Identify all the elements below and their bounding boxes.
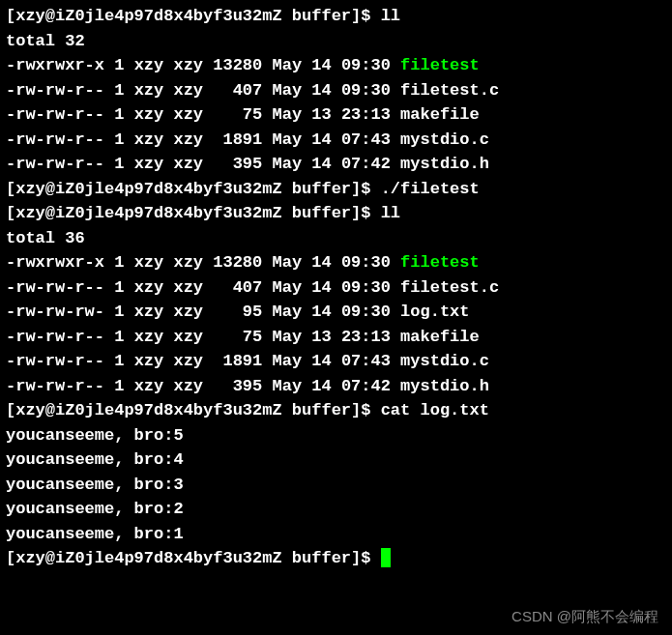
link-count: 1 bbox=[114, 377, 124, 395]
output-line: youcanseeme, bro:1 bbox=[6, 522, 666, 547]
file-size: 75 bbox=[213, 105, 262, 124]
file-row: -rwxrwxr-x 1 xzy xzy 13280 May 14 09:30 … bbox=[6, 250, 666, 275]
file-date: May 14 09:30 bbox=[272, 56, 390, 74]
file-date: May 14 07:42 bbox=[272, 377, 390, 395]
file-date: May 13 23:13 bbox=[272, 328, 390, 346]
file-permissions: -rw-rw-rw- bbox=[6, 303, 104, 321]
owner: xzy bbox=[134, 105, 164, 124]
link-count: 1 bbox=[114, 56, 124, 74]
file-permissions: -rw-rw-r-- bbox=[6, 130, 104, 149]
file-date: May 14 09:30 bbox=[272, 81, 390, 100]
file-size: 1891 bbox=[213, 352, 262, 370]
file-name: mystdio.c bbox=[400, 352, 489, 370]
file-name: filetest bbox=[400, 56, 480, 74]
prompt-line: [xzy@iZ0jle4p97d8x4byf3u32mZ buffer]$ ll bbox=[6, 4, 666, 29]
group: xzy bbox=[173, 155, 203, 173]
file-permissions: -rw-rw-r-- bbox=[6, 377, 104, 395]
output-line: youcanseeme, bro:3 bbox=[6, 473, 666, 498]
watermark-text: CSDN @阿熊不会编程 bbox=[511, 606, 658, 628]
prompt-line: [xzy@iZ0jle4p97d8x4byf3u32mZ buffer]$ ./… bbox=[6, 177, 666, 202]
command-text: ./filetest bbox=[381, 180, 480, 198]
link-count: 1 bbox=[114, 105, 124, 124]
owner: xzy bbox=[134, 278, 164, 297]
file-name: mystdio.c bbox=[400, 130, 489, 149]
file-name: mystdio.h bbox=[400, 377, 489, 395]
file-row: -rwxrwxr-x 1 xzy xzy 13280 May 14 09:30 … bbox=[6, 53, 666, 78]
group: xzy bbox=[173, 352, 203, 370]
owner: xzy bbox=[134, 352, 164, 370]
file-row: -rw-rw-r-- 1 xzy xzy 395 May 14 07:42 my… bbox=[6, 152, 666, 177]
file-listing-1: -rwxrwxr-x 1 xzy xzy 13280 May 14 09:30 … bbox=[6, 53, 666, 177]
group: xzy bbox=[173, 130, 203, 149]
total-line: total 36 bbox=[6, 226, 666, 251]
file-row: -rw-rw-r-- 1 xzy xzy 1891 May 14 07:43 m… bbox=[6, 128, 666, 153]
link-count: 1 bbox=[114, 303, 124, 321]
link-count: 1 bbox=[114, 253, 124, 272]
file-row: -rw-rw-r-- 1 xzy xzy 407 May 14 09:30 fi… bbox=[6, 275, 666, 301]
file-date: May 14 09:30 bbox=[272, 278, 390, 297]
file-date: May 14 09:30 bbox=[272, 303, 390, 321]
file-row: -rw-rw-rw- 1 xzy xzy 95 May 14 09:30 log… bbox=[6, 300, 666, 325]
prompt-line: [xzy@iZ0jle4p97d8x4byf3u32mZ buffer]$ ca… bbox=[6, 398, 666, 423]
owner: xzy bbox=[134, 328, 164, 346]
file-permissions: -rwxrwxr-x bbox=[6, 56, 104, 74]
shell-prompt: [xzy@iZ0jle4p97d8x4byf3u32mZ buffer]$ bbox=[6, 180, 381, 198]
owner: xzy bbox=[134, 303, 164, 321]
file-listing-2: -rwxrwxr-x 1 xzy xzy 13280 May 14 09:30 … bbox=[6, 250, 666, 398]
group: xzy bbox=[173, 328, 203, 346]
file-permissions: -rw-rw-r-- bbox=[6, 352, 104, 370]
file-permissions: -rw-rw-r-- bbox=[6, 328, 104, 346]
file-date: May 14 09:30 bbox=[272, 253, 390, 272]
prompt-line-active[interactable]: [xzy@iZ0jle4p97d8x4byf3u32mZ buffer]$ bbox=[6, 546, 666, 571]
file-size: 95 bbox=[213, 303, 262, 321]
file-date: May 14 07:42 bbox=[272, 155, 390, 173]
file-name: filetest.c bbox=[400, 81, 499, 100]
file-name: makefile bbox=[400, 105, 480, 124]
prompt-line: [xzy@iZ0jle4p97d8x4byf3u32mZ buffer]$ ll bbox=[6, 201, 666, 226]
command-text: ll bbox=[381, 7, 400, 25]
link-count: 1 bbox=[114, 278, 124, 297]
file-size: 407 bbox=[213, 278, 262, 297]
shell-prompt: [xzy@iZ0jle4p97d8x4byf3u32mZ buffer]$ bbox=[6, 401, 381, 419]
file-date: May 14 07:43 bbox=[272, 130, 390, 149]
group: xzy bbox=[173, 253, 203, 272]
output-line: youcanseeme, bro:4 bbox=[6, 447, 666, 473]
file-date: May 13 23:13 bbox=[272, 105, 390, 124]
cat-output: youcanseeme, bro:5youcanseeme, bro:4youc… bbox=[6, 423, 666, 547]
owner: xzy bbox=[134, 377, 164, 395]
file-row: -rw-rw-r-- 1 xzy xzy 395 May 14 07:42 my… bbox=[6, 374, 666, 399]
file-date: May 14 07:43 bbox=[272, 352, 390, 370]
file-permissions: -rw-rw-r-- bbox=[6, 81, 104, 100]
owner: xzy bbox=[134, 81, 164, 100]
group: xzy bbox=[173, 81, 203, 100]
file-permissions: -rw-rw-r-- bbox=[6, 155, 104, 173]
shell-prompt: [xzy@iZ0jle4p97d8x4byf3u32mZ buffer]$ bbox=[6, 549, 381, 567]
shell-prompt: [xzy@iZ0jle4p97d8x4byf3u32mZ buffer]$ bbox=[6, 7, 381, 25]
file-size: 13280 bbox=[213, 56, 262, 74]
link-count: 1 bbox=[114, 352, 124, 370]
owner: xzy bbox=[134, 56, 164, 74]
link-count: 1 bbox=[114, 81, 124, 100]
file-name: mystdio.h bbox=[400, 155, 489, 173]
file-row: -rw-rw-r-- 1 xzy xzy 75 May 13 23:13 mak… bbox=[6, 102, 666, 128]
file-size: 407 bbox=[213, 81, 262, 100]
cursor-block bbox=[381, 548, 391, 567]
owner: xzy bbox=[134, 155, 164, 173]
file-permissions: -rw-rw-r-- bbox=[6, 105, 104, 124]
file-size: 13280 bbox=[213, 253, 262, 272]
file-permissions: -rw-rw-r-- bbox=[6, 278, 104, 297]
file-row: -rw-rw-r-- 1 xzy xzy 1891 May 14 07:43 m… bbox=[6, 349, 666, 374]
file-size: 395 bbox=[213, 155, 262, 173]
group: xzy bbox=[173, 105, 203, 124]
group: xzy bbox=[173, 278, 203, 297]
link-count: 1 bbox=[114, 130, 124, 149]
shell-prompt: [xzy@iZ0jle4p97d8x4byf3u32mZ buffer]$ bbox=[6, 204, 381, 222]
file-row: -rw-rw-r-- 1 xzy xzy 407 May 14 09:30 fi… bbox=[6, 78, 666, 103]
owner: xzy bbox=[134, 130, 164, 149]
link-count: 1 bbox=[114, 328, 124, 346]
file-name: log.txt bbox=[400, 303, 469, 321]
total-line: total 32 bbox=[6, 29, 666, 54]
terminal-output: [xzy@iZ0jle4p97d8x4byf3u32mZ buffer]$ ll… bbox=[6, 4, 666, 571]
file-name: makefile bbox=[400, 328, 480, 346]
file-name: filetest.c bbox=[400, 278, 499, 297]
